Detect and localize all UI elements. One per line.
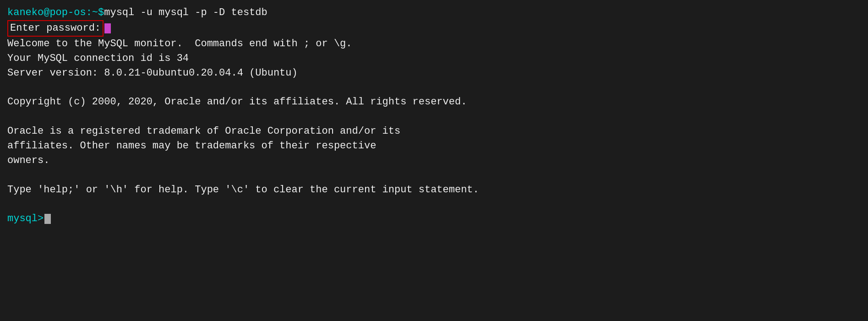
blank-line-1 [7, 80, 861, 95]
connection-id-line: Your MySQL connection id is 34 [7, 51, 861, 66]
server-version-line: Server version: 8.0.21-0ubuntu0.20.04.4 … [7, 66, 861, 81]
welcome-line: Welcome to the MySQL monitor. Commands e… [7, 37, 861, 51]
command-line: kaneko@pop-os:~$ mysql -u mysql -p -D te… [7, 5, 861, 20]
command-text: mysql -u mysql -p -D testdb [104, 5, 267, 20]
mysql-prompt-label: mysql> [7, 212, 44, 226]
blank-line-3 [7, 168, 861, 183]
oracle-line-2: affiliates. Other names may be trademark… [7, 139, 861, 153]
oracle-line-3: owners. [7, 153, 861, 168]
blank-line-2 [7, 109, 861, 124]
password-cursor [104, 23, 111, 33]
help-line: Type 'help;' or '\h' for help. Type '\c'… [7, 183, 861, 197]
terminal-window[interactable]: kaneko@pop-os:~$ mysql -u mysql -p -D te… [0, 0, 868, 321]
copyright-line: Copyright (c) 2000, 2020, Oracle and/or … [7, 95, 861, 109]
blank-line-4 [7, 197, 861, 212]
mysql-prompt-line[interactable]: mysql> [7, 212, 861, 226]
oracle-line-1: Oracle is a registered trademark of Orac… [7, 124, 861, 139]
user-host-label: kaneko@pop-os:~$ [7, 5, 104, 20]
password-line: Enter password: [7, 20, 861, 37]
password-label: Enter password: [7, 20, 104, 37]
mysql-cursor [44, 214, 51, 224]
